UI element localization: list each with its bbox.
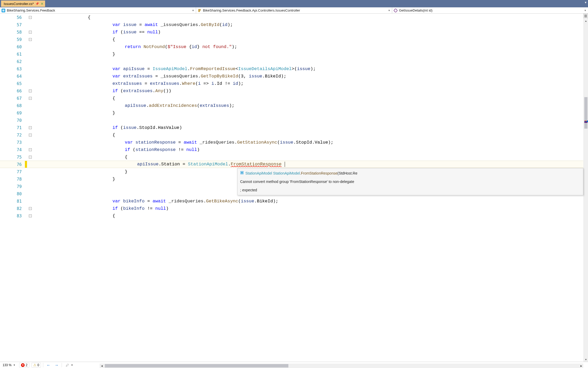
code-line[interactable]: 63var apiIssue = IssueApiModel.FromRepor… (0, 65, 583, 72)
outline-margin[interactable]: − (27, 214, 33, 217)
change-indicator (25, 80, 27, 87)
outline-margin[interactable]: − (27, 207, 33, 210)
pen-icon (66, 363, 69, 367)
member-dropdown[interactable]: GetIssueDetails(int id) ▼ (392, 7, 588, 13)
code-line[interactable]: 65extraIssues = extraIssues.Where(i => i… (0, 80, 583, 87)
collapse-icon[interactable]: − (29, 214, 32, 217)
collapse-icon[interactable]: − (29, 148, 32, 151)
line-number: 75 (0, 155, 25, 160)
line-number: 66 (0, 88, 25, 93)
scrollbar-track[interactable] (584, 24, 588, 357)
line-number: 60 (0, 44, 25, 49)
code-line[interactable]: 57var issue = await _issuesQueries.GetBy… (0, 21, 583, 28)
warning-count[interactable]: ⚠ 0 (31, 363, 41, 367)
vertical-scrollbar[interactable]: ▲ ▼ (584, 19, 588, 362)
line-number: 77 (0, 169, 25, 174)
collapse-icon[interactable]: − (29, 38, 32, 41)
pin-icon[interactable]: 📌 (35, 2, 39, 6)
code-line[interactable]: 60return NotFound($"Issue {id} not found… (0, 43, 583, 50)
tab-overflow-chevron-icon[interactable]: ▼ (584, 1, 587, 4)
change-indicator (25, 14, 27, 21)
class-label: BikeSharing.Services.Feedback.Api.Contro… (203, 8, 386, 12)
code-line[interactable]: 71−if (issue.StopId.HasValue) (0, 124, 583, 131)
scroll-right-arrow-icon[interactable]: ▶ (579, 364, 583, 368)
collapse-icon[interactable]: − (29, 156, 32, 159)
outline-margin[interactable]: − (27, 16, 33, 19)
outline-margin[interactable]: − (27, 38, 33, 41)
code-line[interactable]: 59−{ (0, 36, 583, 43)
collapse-icon[interactable]: − (29, 31, 32, 34)
code-line[interactable]: 70 (0, 117, 583, 124)
code-line[interactable]: 64var extraIssues = _issuesQueries.GetTo… (0, 72, 583, 80)
code-text: var stationResponse = await _ridesQuerie… (125, 140, 583, 145)
code-text: return NotFound($"Issue {id} not found."… (125, 44, 583, 49)
code-text: var issue = await _issuesQueries.GetById… (112, 22, 583, 27)
line-number: 74 (0, 147, 25, 152)
class-icon (198, 9, 201, 12)
code-line[interactable]: 68apiIssue.addExtraIncidences(extraIssue… (0, 102, 583, 109)
code-line[interactable]: 81var bikeInfo = await _ridesQueries.Get… (0, 197, 583, 205)
outline-margin[interactable]: − (27, 134, 33, 136)
scroll-up-arrow-icon[interactable]: ▲ (584, 19, 588, 23)
code-line[interactable]: 82−if (bikeInfo != null) (0, 205, 583, 212)
code-editor[interactable]: 56−{57var issue = await _issuesQueries.G… (0, 14, 588, 362)
horizontal-scrollbar-thumb[interactable] (105, 364, 288, 367)
change-indicator (25, 146, 27, 153)
class-dropdown[interactable]: BikeSharing.Services.Feedback.Api.Contro… (196, 7, 392, 13)
error-count[interactable]: ✕ 2 (19, 363, 29, 367)
zoom-level[interactable]: 133 % ▼ (1, 363, 17, 367)
tooltip-error-2: ; expected (240, 187, 580, 193)
file-tab-active[interactable]: IssuesController.cs* 📌 ✕ (1, 1, 45, 7)
outline-margin[interactable]: − (27, 126, 33, 129)
change-indicator (25, 43, 27, 50)
code-line[interactable]: 56−{ (0, 14, 583, 21)
code-text: var extraIssues = _issuesQueries.GetTopB… (112, 74, 583, 79)
chevron-down-icon: ▼ (71, 364, 73, 366)
collapse-icon[interactable]: − (29, 134, 32, 136)
code-line[interactable]: 75−{ (0, 153, 583, 161)
horizontal-scrollbar[interactable]: ◀ ▶ (100, 364, 583, 368)
line-number: 69 (0, 111, 25, 115)
code-line[interactable]: 66−if (extraIssues.Any()) (0, 87, 583, 94)
change-indicator (25, 109, 27, 117)
collapse-icon[interactable]: − (29, 207, 32, 210)
member-label: GetIssueDetails(int id) (399, 8, 582, 12)
line-number: 81 (0, 199, 25, 204)
code-text: if (issue.StopId.HasValue) (112, 125, 583, 130)
close-icon[interactable]: ✕ (41, 2, 44, 6)
change-indicator (25, 28, 27, 36)
code-line[interactable]: 61} (0, 50, 583, 58)
collapse-icon[interactable]: − (29, 126, 32, 129)
code-text: { (112, 37, 583, 42)
svg-rect-6 (241, 172, 243, 174)
navigate-back-button[interactable]: ← (45, 363, 51, 367)
outline-margin[interactable]: − (27, 31, 33, 34)
scrollbar-thumb[interactable] (584, 97, 587, 129)
scroll-down-arrow-icon[interactable]: ▼ (584, 358, 588, 362)
code-line[interactable]: 73var stationResponse = await _ridesQuer… (0, 139, 583, 146)
code-line[interactable]: 58−if (issue == null) (0, 28, 583, 36)
code-line[interactable]: 62 (0, 58, 583, 65)
outline-margin[interactable]: − (27, 90, 33, 92)
scroll-left-arrow-icon[interactable]: ◀ (100, 364, 104, 368)
line-number: 61 (0, 52, 25, 57)
collapse-icon[interactable]: − (29, 90, 32, 92)
annotations-button[interactable]: ▼ (64, 363, 75, 367)
collapse-icon[interactable]: − (29, 97, 32, 100)
code-line[interactable]: 72−{ (0, 131, 583, 139)
outline-margin[interactable]: − (27, 148, 33, 151)
status-bar: 133 % ▼ ✕ 2 ⚠ 0 ← → ▼ ◀ ▶ (0, 362, 588, 368)
code-line[interactable]: 69} (0, 109, 583, 117)
code-line[interactable]: 83−{ (0, 212, 583, 219)
line-number: 73 (0, 140, 25, 145)
collapse-icon[interactable]: − (29, 16, 32, 19)
namespace-dropdown[interactable]: BikeSharing.Services.Feedback ▼ (0, 7, 196, 13)
code-line[interactable]: 74−if (stationResponse != null) (0, 146, 583, 153)
outline-margin[interactable]: − (27, 156, 33, 159)
code-line[interactable]: 67−{ (0, 94, 583, 102)
code-line[interactable]: 76apiIssue.Station = StationApiModel.Fro… (0, 161, 583, 168)
code-text: if (bikeInfo != null) (112, 206, 583, 211)
split-editor-button[interactable] (583, 14, 588, 18)
navigate-forward-button[interactable]: → (53, 363, 60, 367)
outline-margin[interactable]: − (27, 97, 33, 100)
